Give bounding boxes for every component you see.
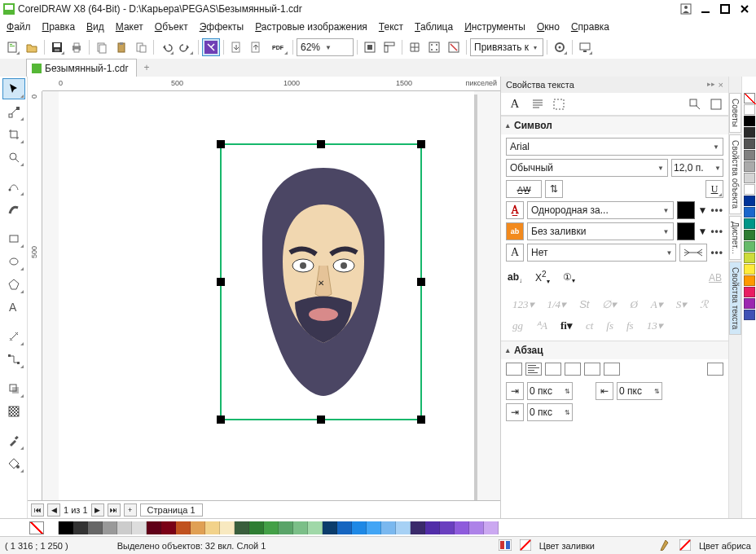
docker-tab-2[interactable]: Диспет...: [729, 216, 741, 260]
paragraph-section-header[interactable]: Абзац: [501, 341, 728, 359]
eyedropper-tool[interactable]: [2, 430, 25, 451]
swatch[interactable]: [396, 521, 411, 534]
allcaps-button[interactable]: AB: [709, 272, 722, 284]
swatch[interactable]: [59, 521, 73, 534]
next-page-button[interactable]: ▶: [91, 503, 104, 517]
swatch[interactable]: [264, 521, 279, 534]
text-tool[interactable]: A: [2, 297, 25, 318]
font-family-combo[interactable]: Arial▼: [506, 138, 723, 156]
bg-fill-combo[interactable]: Без заливки▼: [527, 222, 674, 240]
fill-more-button[interactable]: •••: [710, 204, 723, 216]
document-tab[interactable]: Безымянный-1.cdr: [26, 59, 137, 77]
ot-a[interactable]: A▾: [651, 298, 663, 311]
docker-tab-1[interactable]: Свойства объекта: [729, 134, 741, 214]
panel-close-icon[interactable]: ×: [719, 80, 723, 90]
publish-pdf-button[interactable]: PDF: [266, 38, 289, 56]
char-tab[interactable]: A: [504, 95, 525, 114]
bg-color-swatch[interactable]: [677, 222, 695, 240]
swatch[interactable]: [381, 521, 396, 534]
swatch[interactable]: [367, 521, 381, 534]
ot-frac[interactable]: 1/4▾: [547, 298, 567, 311]
shape-tool[interactable]: [2, 101, 25, 122]
align-none-button[interactable]: [506, 363, 522, 376]
grid-button[interactable]: [406, 38, 424, 56]
subscript-button[interactable]: ab↓: [508, 271, 522, 284]
fill-none-icon[interactable]: [520, 539, 531, 552]
align-right-button[interactable]: [565, 363, 581, 376]
fill-color-swatch[interactable]: [677, 201, 695, 219]
swatch[interactable]: [73, 521, 88, 534]
swatch[interactable]: [744, 218, 755, 229]
font-size-spin[interactable]: 12,0 п.▼: [671, 159, 723, 177]
rulers-button[interactable]: [380, 38, 398, 56]
new-doc-button[interactable]: [3, 38, 21, 56]
menu-Таблица[interactable]: Таблица: [415, 21, 453, 33]
swatch[interactable]: [744, 150, 755, 160]
swatch[interactable]: [147, 521, 161, 534]
swatch[interactable]: [455, 521, 469, 534]
undo-button[interactable]: [157, 38, 175, 56]
font-style-combo[interactable]: Обычный▼: [506, 159, 668, 177]
swatch[interactable]: [744, 127, 755, 138]
swatch[interactable]: [411, 521, 425, 534]
align-force-button[interactable]: [604, 363, 620, 376]
swatch[interactable]: [744, 253, 755, 263]
fill-type-combo[interactable]: Однородная за...▼: [527, 201, 674, 219]
swatch[interactable]: [425, 521, 440, 534]
horizontal-ruler[interactable]: 0 500 1000 1500 пикселей: [42, 77, 500, 91]
default-button[interactable]: [707, 95, 725, 113]
left-indent-spin[interactable]: 0 пкс⇅: [527, 382, 573, 400]
copy-button[interactable]: [93, 38, 111, 56]
freehand-tool[interactable]: [2, 176, 25, 197]
superscript-button[interactable]: X2▾: [535, 270, 550, 285]
swatch[interactable]: [132, 521, 147, 534]
symbol-section-header[interactable]: Символ: [501, 117, 728, 134]
ot-swash[interactable]: St: [579, 298, 589, 311]
maximize-button[interactable]: [717, 2, 733, 16]
swatch[interactable]: [744, 310, 755, 320]
last-page-button[interactable]: ⏭: [108, 503, 121, 517]
redo-button[interactable]: [177, 38, 195, 56]
color-palette-bar[interactable]: [0, 518, 756, 536]
ot-ornm[interactable]: ∅▾: [602, 298, 617, 311]
swatch[interactable]: [161, 521, 176, 534]
new-tab-button[interactable]: +: [137, 62, 156, 73]
swatch[interactable]: [744, 173, 755, 183]
swatch[interactable]: [744, 104, 755, 115]
text-direction-button[interactable]: [707, 363, 723, 376]
swatch[interactable]: [484, 521, 499, 534]
selection-box[interactable]: ✕: [220, 143, 422, 420]
swatch[interactable]: [744, 207, 755, 218]
bg-more-button[interactable]: •••: [710, 226, 723, 237]
first-page-button[interactable]: ⏮: [31, 503, 44, 517]
outline-style-button[interactable]: [679, 244, 707, 262]
outline-pen-icon[interactable]: [660, 539, 671, 552]
side-palette[interactable]: [741, 77, 756, 518]
swatch[interactable]: [744, 161, 755, 172]
swatch[interactable]: [279, 521, 293, 534]
vertical-ruler[interactable]: 0 500: [28, 91, 42, 500]
swatch[interactable]: [744, 275, 755, 286]
swatch[interactable]: [440, 521, 455, 534]
menu-Окно[interactable]: Окно: [537, 21, 560, 33]
swatch[interactable]: [205, 521, 220, 534]
swatch[interactable]: [337, 521, 352, 534]
swatch[interactable]: [249, 521, 264, 534]
swatch[interactable]: [744, 287, 755, 297]
circled-button[interactable]: ①▾: [563, 271, 575, 284]
connector-tool[interactable]: [2, 349, 25, 370]
ot-calt[interactable]: ℛ: [700, 298, 708, 311]
swatch[interactable]: [744, 138, 755, 149]
transparency-tool[interactable]: [2, 401, 25, 422]
outline-more-button[interactable]: •••: [710, 247, 723, 258]
swatch[interactable]: [88, 521, 103, 534]
ot-nums[interactable]: 123▾: [512, 298, 534, 311]
swatch[interactable]: [744, 230, 755, 240]
add-page-button[interactable]: +: [124, 503, 137, 517]
canvas[interactable]: ✕: [42, 91, 500, 500]
swatch[interactable]: [744, 196, 755, 206]
panel-expand-icon[interactable]: ▸▸: [707, 80, 715, 90]
right-indent-spin[interactable]: 0 пкс⇅: [527, 403, 573, 421]
fullscreen-button[interactable]: [361, 38, 379, 56]
clipboard-button[interactable]: [132, 38, 150, 56]
